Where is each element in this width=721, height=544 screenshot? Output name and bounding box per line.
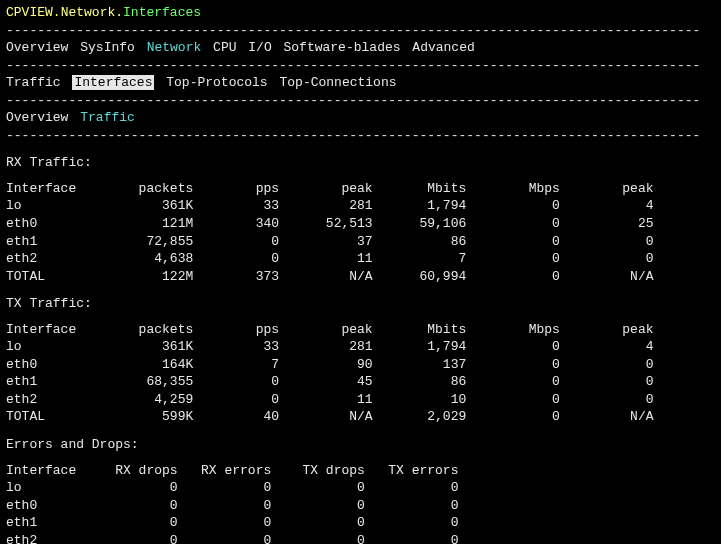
menu-top-item-cpu[interactable]: CPU (213, 40, 236, 55)
menu-sub-item-top-connections[interactable]: Top-Connections (279, 75, 396, 90)
table-header: Interface packets pps peak Mbits Mbps pe… (6, 321, 715, 339)
breadcrumb-page: Interfaces (123, 5, 201, 20)
table-row: lo 361K 33 281 1,794 0 4 (6, 197, 715, 215)
menu-sub-item-traffic[interactable]: Traffic (6, 75, 61, 90)
table-row: eth2 4,259 0 11 10 0 0 (6, 391, 715, 409)
table-row: eth0 121M 340 52,513 59,106 0 25 (6, 215, 715, 233)
err-table: Interface RX drops RX errors TX drops TX… (6, 462, 715, 544)
table-row: TOTAL 122M 373 N/A 60,994 0 N/A (6, 268, 715, 286)
table-header: Interface RX drops RX errors TX drops TX… (6, 462, 715, 480)
menu-top-item-advanced[interactable]: Advanced (412, 40, 474, 55)
table-row: eth2 0 0 0 0 (6, 532, 715, 544)
menu-top: Overview SysInfo Network CPU I/O Softwar… (6, 39, 715, 57)
menu-top-item-software-blades[interactable]: Software-blades (284, 40, 401, 55)
divider: ----------------------------------------… (6, 57, 715, 75)
tx-table: Interface packets pps peak Mbits Mbps pe… (6, 321, 715, 426)
menu-top-item-overview[interactable]: Overview (6, 40, 68, 55)
menu-sub-item-interfaces[interactable]: Interfaces (72, 75, 154, 90)
table-row: eth1 72,855 0 37 86 0 0 (6, 233, 715, 251)
table-row: lo 361K 33 281 1,794 0 4 (6, 338, 715, 356)
menu-sub-item-top-protocols[interactable]: Top-Protocols (166, 75, 267, 90)
err-title: Errors and Drops: (6, 436, 715, 454)
menu-top-item-i/o[interactable]: I/O (248, 40, 271, 55)
menu-sub: Traffic Interfaces Top-Protocols Top-Con… (6, 74, 715, 92)
menu-top-item-sysinfo[interactable]: SysInfo (80, 40, 135, 55)
divider: ----------------------------------------… (6, 92, 715, 110)
breadcrumb: CPVIEW.Network.Interfaces (6, 4, 715, 22)
table-header: Interface packets pps peak Mbits Mbps pe… (6, 180, 715, 198)
menu-third: Overview Traffic (6, 109, 715, 127)
rx-table: Interface packets pps peak Mbits Mbps pe… (6, 180, 715, 285)
divider: ----------------------------------------… (6, 127, 715, 145)
menu-third-item-traffic[interactable]: Traffic (80, 110, 135, 125)
table-row: lo 0 0 0 0 (6, 479, 715, 497)
breadcrumb-section: Network (61, 5, 116, 20)
divider: ----------------------------------------… (6, 22, 715, 40)
breadcrumb-app: CPVIEW (6, 5, 53, 20)
table-row: eth2 4,638 0 11 7 0 0 (6, 250, 715, 268)
rx-title: RX Traffic: (6, 154, 715, 172)
menu-third-item-overview[interactable]: Overview (6, 110, 68, 125)
table-row: eth1 68,355 0 45 86 0 0 (6, 373, 715, 391)
table-row: eth0 0 0 0 0 (6, 497, 715, 515)
table-row: eth0 164K 7 90 137 0 0 (6, 356, 715, 374)
table-row: eth1 0 0 0 0 (6, 514, 715, 532)
menu-top-item-network[interactable]: Network (147, 40, 202, 55)
tx-title: TX Traffic: (6, 295, 715, 313)
table-row: TOTAL 599K 40 N/A 2,029 0 N/A (6, 408, 715, 426)
